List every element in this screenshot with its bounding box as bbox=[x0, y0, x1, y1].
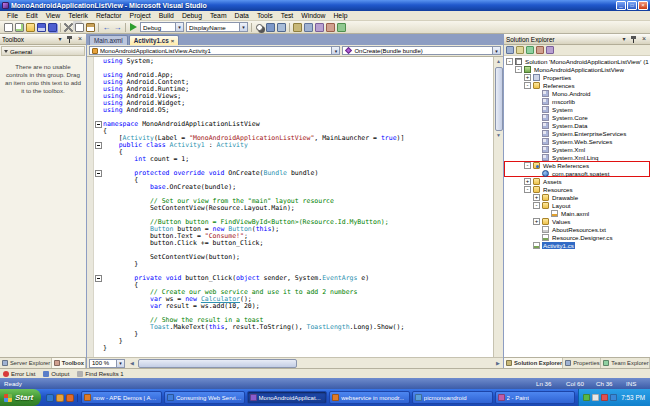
tree-item-resource-designer-cs[interactable]: Resource.Designer.cs bbox=[504, 233, 650, 241]
scroll-right-icon[interactable] bbox=[493, 359, 503, 367]
tray-icon-1[interactable] bbox=[583, 394, 590, 401]
minimize-icon[interactable] bbox=[616, 1, 626, 10]
pin-icon[interactable] bbox=[66, 35, 74, 43]
quick-launch-icon-2[interactable] bbox=[56, 394, 64, 402]
dock-tab-properties[interactable]: Properties bbox=[563, 358, 601, 368]
properties-window-icon[interactable] bbox=[304, 23, 313, 32]
scroll-down-icon[interactable] bbox=[494, 131, 504, 139]
toolbox-icon[interactable] bbox=[326, 23, 335, 32]
expander-icon[interactable]: - bbox=[524, 186, 531, 193]
scrollbar-thumb[interactable] bbox=[495, 67, 503, 131]
close-icon[interactable] bbox=[638, 1, 648, 10]
code-line[interactable]: public class Activity1 : Activity bbox=[94, 142, 493, 149]
tree-item-system-web-services[interactable]: System.Web.Services bbox=[504, 137, 650, 145]
cut-icon[interactable] bbox=[64, 23, 73, 32]
menu-item-telerik[interactable]: Telerik bbox=[64, 12, 92, 19]
horizontal-scrollbar[interactable] bbox=[138, 359, 492, 368]
code-lines[interactable]: using System;using Android.App;using And… bbox=[94, 57, 493, 357]
tree-item-values[interactable]: +Values bbox=[504, 217, 650, 225]
tree-item-monoandroidapplicationlistview[interactable]: -MonoAndroidApplicationListView bbox=[504, 65, 650, 73]
open-file-icon[interactable] bbox=[26, 23, 35, 32]
tree-item-layout[interactable]: -Layout bbox=[504, 201, 650, 209]
autohide-tab-error-list[interactable]: Error List bbox=[3, 371, 35, 377]
expander-icon[interactable]: + bbox=[524, 178, 531, 185]
menu-item-debug[interactable]: Debug bbox=[178, 12, 206, 19]
code-line[interactable]: } bbox=[94, 338, 493, 345]
code-line[interactable]: private void button_Click(object sender,… bbox=[94, 275, 493, 282]
quick-launch-icon-3[interactable] bbox=[66, 394, 74, 402]
code-line[interactable]: SetContentView(button); bbox=[94, 254, 493, 261]
close-tab-icon[interactable] bbox=[171, 37, 175, 44]
taskbar-button-consuming-web-servic[interactable]: Consuming Web Servic... bbox=[164, 391, 245, 404]
pin-icon[interactable] bbox=[630, 35, 638, 43]
tree-item-system[interactable]: System bbox=[504, 105, 650, 113]
menu-item-test[interactable]: Test bbox=[277, 12, 297, 19]
tree-item-com-parasoft-soatest[interactable]: com.parasoft.soatest bbox=[504, 169, 650, 177]
menu-item-window[interactable]: Window bbox=[297, 12, 329, 19]
code-line[interactable]: var result = ws.add(10, 20); bbox=[94, 303, 493, 310]
menu-item-tools[interactable]: Tools bbox=[253, 12, 277, 19]
close-panel-icon[interactable] bbox=[640, 35, 648, 43]
find-combo[interactable]: DisplayName bbox=[186, 22, 248, 32]
expander-icon[interactable]: - bbox=[524, 162, 531, 169]
tray-icon-4[interactable] bbox=[610, 394, 617, 401]
members-dropdown[interactable]: OnCreate(Bundle bundle) bbox=[342, 46, 501, 55]
tray-icon-3[interactable] bbox=[601, 394, 608, 401]
code-line[interactable]: button.Click += button_Click; bbox=[94, 240, 493, 247]
tree-item-system-xml-linq[interactable]: System.Xml.Linq bbox=[504, 153, 650, 161]
close-panel-icon[interactable] bbox=[76, 35, 84, 43]
menu-item-file[interactable]: File bbox=[3, 12, 22, 19]
breakpoint-margin[interactable] bbox=[87, 57, 94, 357]
expander-icon[interactable]: - bbox=[524, 82, 531, 89]
code-line[interactable]: namespace MonoAndroidApplicationListView bbox=[94, 121, 493, 128]
tree-item-activity1-cs[interactable]: Activity1.cs bbox=[504, 241, 650, 249]
redo-icon[interactable] bbox=[113, 23, 122, 32]
menu-item-edit[interactable]: Edit bbox=[22, 12, 42, 19]
collapse-region-icon[interactable] bbox=[94, 275, 103, 282]
solution-configuration-combo[interactable]: Debug bbox=[140, 22, 184, 32]
properties-window-icon[interactable] bbox=[506, 46, 514, 54]
tree-item-system-xml[interactable]: System.Xml bbox=[504, 145, 650, 153]
start-button[interactable]: Start bbox=[0, 389, 41, 406]
object-browser-icon[interactable] bbox=[315, 23, 324, 32]
menu-item-project[interactable]: Project bbox=[126, 12, 155, 19]
new-project-icon[interactable] bbox=[4, 23, 13, 32]
tree-item-mscorlib[interactable]: mscorlib bbox=[504, 97, 650, 105]
view-designer-icon[interactable] bbox=[546, 46, 554, 54]
tree-item-web-references[interactable]: -Web References bbox=[504, 161, 650, 169]
tab-activity1-cs[interactable]: Activity1.cs bbox=[129, 35, 180, 45]
save-all-icon[interactable] bbox=[48, 23, 57, 32]
menu-item-team[interactable]: Team bbox=[206, 12, 231, 19]
window-menu-icon[interactable] bbox=[56, 35, 64, 43]
find-in-files-icon[interactable] bbox=[256, 24, 263, 31]
refresh-icon[interactable] bbox=[526, 46, 534, 54]
start-debug-icon[interactable] bbox=[129, 23, 138, 32]
tab-main-axml[interactable]: Main.axml bbox=[89, 35, 128, 45]
code-line[interactable]: using Android.OS; bbox=[94, 107, 493, 114]
tree-item-resources[interactable]: -Resources bbox=[504, 185, 650, 193]
menu-item-build[interactable]: Build bbox=[155, 12, 178, 19]
solution-explorer-icon[interactable] bbox=[293, 23, 302, 32]
dock-tab-team-explorer[interactable]: Team Explorer bbox=[601, 358, 650, 368]
view-code-icon[interactable] bbox=[536, 46, 544, 54]
types-dropdown[interactable]: MonoAndroidApplicationListView.Activity1 bbox=[89, 46, 340, 55]
tree-item-aboutresources-txt[interactable]: AboutResources.txt bbox=[504, 225, 650, 233]
dock-tab-solution-explorer[interactable]: Solution Explorer bbox=[504, 358, 563, 368]
tree-item-system-enterpriseservices[interactable]: System.EnterpriseServices bbox=[504, 129, 650, 137]
taskbar-button-picmonoandroid[interactable]: picmonoandroid bbox=[412, 391, 493, 404]
taskbar-button-monoandroidapplicat[interactable]: MonoAndroidApplicat... bbox=[247, 391, 328, 404]
scrollbar-thumb[interactable] bbox=[138, 359, 297, 368]
comment-icon[interactable] bbox=[266, 23, 275, 32]
window-menu-icon[interactable] bbox=[620, 35, 628, 43]
maximize-icon[interactable] bbox=[627, 1, 637, 10]
show-all-files-icon[interactable] bbox=[516, 46, 524, 54]
collapse-region-icon[interactable] bbox=[94, 170, 103, 177]
expander-icon[interactable]: + bbox=[533, 194, 540, 201]
extension-manager-icon[interactable] bbox=[337, 23, 346, 32]
expander-icon[interactable]: - bbox=[515, 66, 522, 73]
quick-launch-icon-1[interactable] bbox=[46, 394, 54, 402]
menu-item-view[interactable]: View bbox=[42, 12, 65, 19]
tree-item-system-core[interactable]: System.Core bbox=[504, 113, 650, 121]
tree-item-system-data[interactable]: System.Data bbox=[504, 121, 650, 129]
collapse-region-icon[interactable] bbox=[94, 142, 103, 149]
